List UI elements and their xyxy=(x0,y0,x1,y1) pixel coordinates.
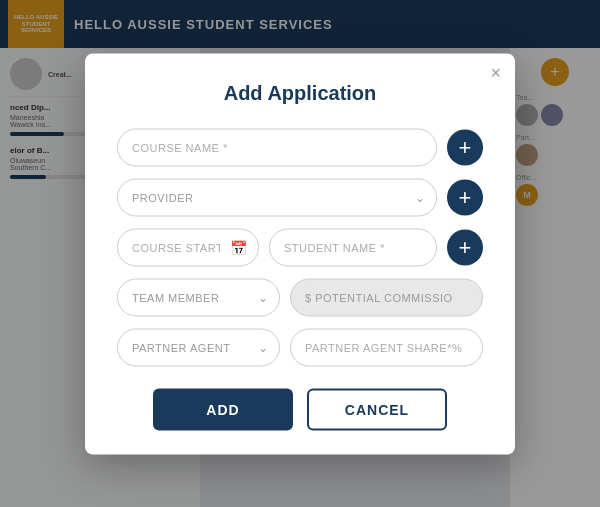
course-name-input[interactable] xyxy=(117,128,437,166)
potential-commission-input[interactable] xyxy=(290,278,483,316)
modal-buttons: ADD CANCEL xyxy=(117,388,483,430)
course-name-plus-button[interactable]: + xyxy=(447,129,483,165)
form-section: + PROVIDER ⌄ + 📅 + TEAM M xyxy=(117,128,483,366)
course-name-row: + xyxy=(117,128,483,166)
provider-row: PROVIDER ⌄ + xyxy=(117,178,483,216)
modal-title: Add Application xyxy=(117,81,483,104)
course-date-wrapper: 📅 xyxy=(117,228,259,266)
add-button[interactable]: ADD xyxy=(153,388,293,430)
course-date-student-row: 📅 + xyxy=(117,228,483,266)
close-button[interactable]: × xyxy=(490,63,501,81)
team-commission-row: TEAM MEMBER ⌄ xyxy=(117,278,483,316)
partner-agent-select[interactable]: PARTNER AGENT xyxy=(117,328,280,366)
course-start-date-input[interactable] xyxy=(117,228,259,266)
provider-select[interactable]: PROVIDER xyxy=(117,178,437,216)
provider-plus-button[interactable]: + xyxy=(447,179,483,215)
team-member-select-wrapper: TEAM MEMBER ⌄ xyxy=(117,278,280,316)
cancel-button[interactable]: CANCEL xyxy=(307,388,447,430)
partner-agent-select-wrapper: PARTNER AGENT ⌄ xyxy=(117,328,280,366)
student-plus-button[interactable]: + xyxy=(447,229,483,265)
partner-agent-share-input[interactable] xyxy=(290,328,483,366)
partner-agent-row: PARTNER AGENT ⌄ xyxy=(117,328,483,366)
add-application-modal: × Add Application + PROVIDER ⌄ + 📅 + xyxy=(85,53,515,454)
provider-select-wrapper: PROVIDER ⌄ xyxy=(117,178,437,216)
student-name-input[interactable] xyxy=(269,228,437,266)
team-member-select[interactable]: TEAM MEMBER xyxy=(117,278,280,316)
